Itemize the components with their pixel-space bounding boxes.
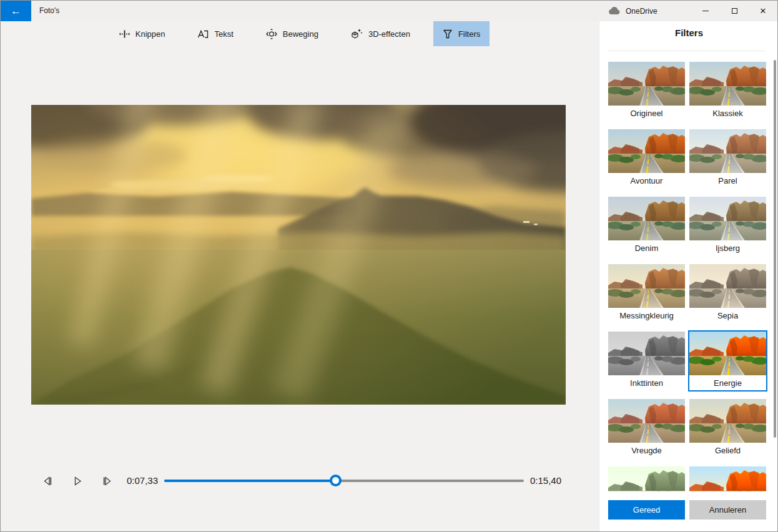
- onedrive-cloud-icon: [608, 7, 621, 15]
- filter-tile-vreugde[interactable]: Vreugde: [608, 399, 685, 458]
- filter-tile-messingkleurig[interactable]: Messingkleurig: [608, 264, 685, 323]
- app-title: Foto's: [39, 1, 59, 21]
- filter-thumbnail: [608, 399, 685, 443]
- filter-tile-ijsberg[interactable]: Ijsberg: [689, 197, 766, 255]
- filter-tile-avontuur[interactable]: Avontuur: [608, 129, 685, 188]
- filter-tile-partial-13[interactable]: [689, 466, 766, 491]
- filter-thumbnail: [689, 399, 766, 443]
- filters-panel: Filters: [599, 21, 778, 532]
- timeline-thumb[interactable]: [330, 475, 342, 486]
- minimize-icon: [702, 11, 709, 11]
- 3d-effects-icon: [351, 28, 363, 39]
- current-time-label: 0:07,33: [118, 475, 158, 486]
- back-button[interactable]: ←: [1, 1, 31, 21]
- toolbar-item-label: Filters: [458, 29, 480, 39]
- filter-thumbnail: [689, 264, 766, 308]
- timeline-progress-fill: [164, 480, 336, 482]
- filter-thumbnail: [608, 129, 685, 173]
- filter-tile-inkttinten[interactable]: Inkttinten: [608, 332, 685, 390]
- filter-name-label: Geliefd: [689, 445, 766, 457]
- onedrive-label: OneDrive: [626, 7, 657, 16]
- photos-app-window: ← Foto's OneDrive ✕ Knippen: [0, 0, 778, 532]
- panel-scrollbar[interactable]: [774, 60, 776, 438]
- filter-grid: Origineel: [608, 62, 768, 491]
- filter-name-label: Vreugde: [608, 445, 685, 457]
- filter-funnel-icon: [443, 29, 453, 39]
- filter-thumbnail: [608, 197, 685, 240]
- filter-thumbnail: [689, 332, 766, 375]
- maximize-button[interactable]: [720, 1, 749, 21]
- filter-name-label: Avontuur: [608, 175, 685, 187]
- window-controls: ✕: [691, 1, 777, 21]
- close-icon: ✕: [760, 6, 767, 16]
- toolbar-item-label: Beweging: [283, 29, 318, 39]
- maximize-icon: [732, 8, 737, 14]
- video-preview[interactable]: [31, 105, 566, 405]
- timeline-slider[interactable]: [164, 480, 524, 482]
- filter-name-label: Denim: [608, 242, 685, 255]
- filter-thumbnail: [608, 466, 685, 491]
- filter-name-label: Ijsberg: [689, 242, 766, 255]
- toolbar-item-knippen[interactable]: Knippen: [110, 21, 175, 46]
- total-time-label: 0:15,40: [530, 475, 574, 486]
- filters-panel-title: Filters: [599, 27, 778, 38]
- close-button[interactable]: ✕: [749, 1, 777, 21]
- back-arrow-icon: ←: [11, 5, 21, 17]
- next-frame-button[interactable]: [100, 474, 114, 488]
- toolbar-item-label: Tekst: [214, 29, 233, 39]
- filter-tile-partial-12[interactable]: [608, 466, 685, 491]
- cancel-button[interactable]: Annuleren: [689, 500, 766, 520]
- filter-tile-denim[interactable]: Denim: [608, 197, 685, 255]
- filter-thumbnail: [608, 264, 685, 308]
- toolbar-item-filters[interactable]: Filters: [433, 21, 490, 46]
- filter-name-label: Klassiek: [689, 107, 766, 120]
- filter-thumbnail: [608, 332, 685, 375]
- filter-name-label: Messingkleurig: [608, 310, 685, 322]
- filter-name-label: Inkttinten: [608, 377, 685, 390]
- toolbar-item-label: Knippen: [135, 29, 165, 39]
- filter-thumbnail: [608, 62, 685, 106]
- trim-icon: [119, 29, 130, 39]
- previous-frame-icon: [42, 476, 53, 486]
- filter-thumbnail: [689, 466, 766, 491]
- previous-frame-button[interactable]: [41, 474, 54, 488]
- filter-thumbnail: [689, 62, 766, 106]
- play-button[interactable]: [71, 474, 84, 488]
- motion-icon: [266, 29, 277, 39]
- text-icon: [197, 29, 209, 39]
- editor-toolbar: Knippen Tekst Beweging: [1, 21, 599, 46]
- filter-tile-klassiek[interactable]: Klassiek: [689, 62, 766, 121]
- panel-divider: [608, 51, 766, 51]
- minimize-button[interactable]: [691, 1, 720, 21]
- filter-tile-geliefd[interactable]: Geliefd: [689, 399, 766, 458]
- toolbar-item-tekst[interactable]: Tekst: [188, 21, 242, 46]
- filter-tile-origineel[interactable]: Origineel: [608, 62, 685, 121]
- done-button[interactable]: Gereed: [608, 500, 685, 520]
- filter-tile-sepia[interactable]: Sepia: [689, 264, 766, 323]
- video-frame-landscape: [31, 105, 566, 405]
- filter-thumbnail: [689, 129, 766, 173]
- filter-thumbnail: [689, 197, 766, 240]
- filter-tile-parel[interactable]: Parel: [689, 129, 766, 188]
- next-frame-icon: [102, 476, 112, 486]
- filter-name-label: Energie: [689, 377, 766, 390]
- title-bar: ← Foto's OneDrive ✕: [1, 1, 777, 21]
- onedrive-status: OneDrive: [608, 1, 657, 21]
- toolbar-item-label: 3D-effecten: [368, 29, 410, 39]
- toolbar-item-3d-effecten[interactable]: 3D-effecten: [342, 21, 420, 46]
- filter-name-label: Parel: [689, 175, 766, 187]
- filter-tile-energie[interactable]: Energie: [689, 332, 766, 390]
- play-icon: [72, 476, 83, 486]
- toolbar-item-beweging[interactable]: Beweging: [257, 21, 328, 46]
- filter-name-label: Origineel: [608, 107, 685, 120]
- filter-name-label: Sepia: [689, 310, 766, 322]
